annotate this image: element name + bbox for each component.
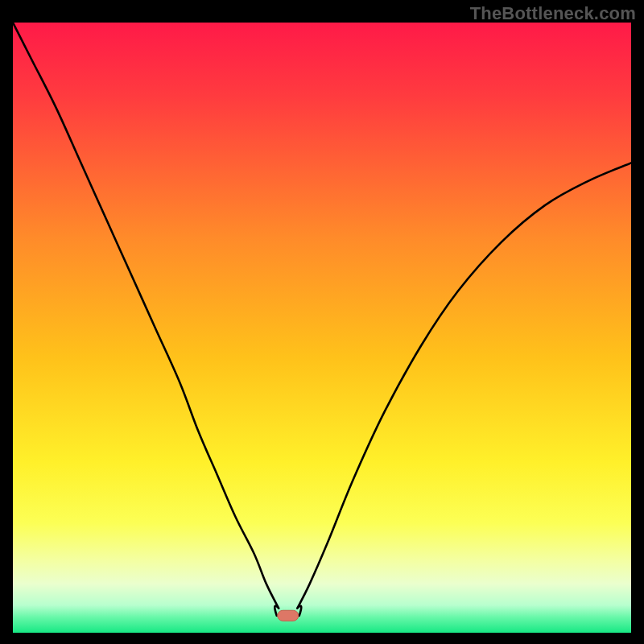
chart-svg [13,23,631,633]
chart-frame: TheBottleneck.com [0,0,644,644]
watermark-label: TheBottleneck.com [470,3,636,24]
plot-area [13,23,631,633]
minimum-marker [278,610,299,621]
gradient-background [13,23,631,633]
